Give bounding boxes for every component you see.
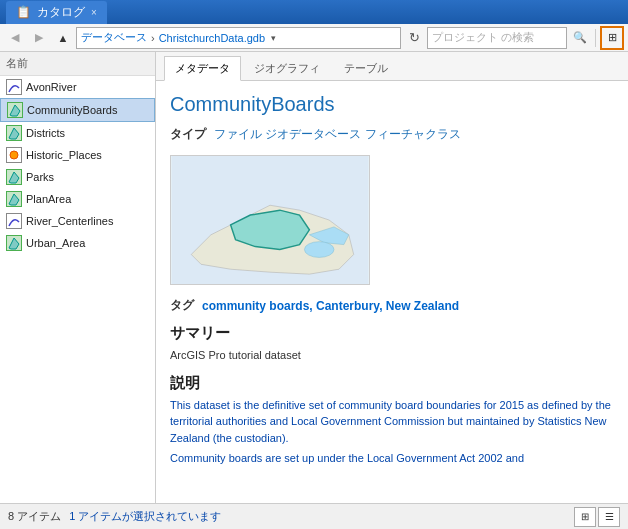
path-database[interactable]: データベース: [81, 30, 147, 45]
tree-item-communityboards[interactable]: CommunityBoards: [0, 98, 155, 122]
tab-geography[interactable]: ジオグラフィ: [243, 56, 331, 80]
path-dropdown-icon[interactable]: ▾: [271, 33, 276, 43]
poly-icon: [6, 191, 22, 207]
tree-item-planarea[interactable]: PlanArea: [0, 188, 155, 210]
tags-label: タグ community boards, Canterbury, New Zea…: [170, 297, 614, 314]
tree-item-districts[interactable]: Districts: [0, 122, 155, 144]
tab-metadata[interactable]: メタデータ: [164, 56, 241, 81]
svg-marker-3: [9, 172, 19, 183]
toolbar: ◀ ▶ ▲ データベース › ChristchurchData.gdb ▾ ↻ …: [0, 24, 628, 52]
catalog-icon: 📋: [16, 5, 31, 19]
search-button[interactable]: 🔍: [569, 27, 591, 49]
close-icon[interactable]: ×: [91, 7, 97, 18]
forward-button[interactable]: ▶: [28, 27, 50, 49]
svg-point-10: [304, 242, 334, 258]
tree-item-label: PlanArea: [26, 193, 71, 205]
line-icon: [6, 213, 22, 229]
content-type: タイプ ファイル ジオデータベース フィーチャクラス: [170, 126, 614, 143]
type-label: タイプ: [170, 126, 206, 143]
tree-item-river-centerlines[interactable]: River_Centerlines: [0, 210, 155, 232]
content-title: CommunityBoards: [170, 93, 614, 116]
status-bar: 8 アイテム 1 アイテムが選択されています ⊞ ☰: [0, 503, 628, 529]
catalog-tab[interactable]: 📋 カタログ ×: [6, 1, 107, 24]
summary-text: ArcGIS Pro tutorial dataset: [170, 347, 614, 364]
layout-button[interactable]: ⊞: [600, 26, 624, 50]
tree-item-label: Urban_Area: [26, 237, 85, 249]
up-button[interactable]: ▲: [52, 27, 74, 49]
summary-section: サマリー ArcGIS Pro tutorial dataset: [170, 324, 614, 364]
content-area[interactable]: CommunityBoards タイプ ファイル ジオデータベース フィーチャク…: [156, 81, 628, 503]
tree-item-label: Districts: [26, 127, 65, 139]
poly-icon: [6, 235, 22, 251]
left-panel-header: 名前: [0, 52, 155, 76]
tree-item-label: AvonRiver: [26, 81, 77, 93]
point-icon: [6, 147, 22, 163]
status-count: 8 アイテム: [8, 509, 61, 524]
main-container: 名前 AvonRiver CommunityBoards Districts H…: [0, 52, 628, 503]
back-button[interactable]: ◀: [4, 27, 26, 49]
tree-item-parks[interactable]: Parks: [0, 166, 155, 188]
search-placeholder: プロジェクト の検索: [432, 30, 534, 45]
left-panel: 名前 AvonRiver CommunityBoards Districts H…: [0, 52, 156, 503]
status-selected: 1 アイテムが選択されています: [69, 509, 221, 524]
tree-item-label: CommunityBoards: [27, 104, 117, 116]
toolbar-separator: [595, 29, 596, 47]
summary-heading: サマリー: [170, 324, 614, 343]
description-text2: Community boards are set up under the Lo…: [170, 450, 614, 467]
path-sep-1: ›: [151, 32, 155, 44]
svg-marker-0: [10, 105, 20, 116]
title-label: カタログ: [37, 4, 85, 21]
path-bar[interactable]: データベース › ChristchurchData.gdb ▾: [76, 27, 401, 49]
status-list-button[interactable]: ☰: [598, 507, 620, 527]
map-preview: [170, 155, 370, 285]
tab-table[interactable]: テーブル: [333, 56, 399, 80]
svg-marker-1: [9, 128, 19, 139]
refresh-button[interactable]: ↻: [403, 27, 425, 49]
right-panel: メタデータ ジオグラフィ テーブル CommunityBoards タイプ ファ…: [156, 52, 628, 503]
tags-value: community boards, Canterbury, New Zealan…: [202, 299, 459, 313]
tree-item-avonriver[interactable]: AvonRiver: [0, 76, 155, 98]
svg-point-2: [10, 151, 18, 159]
poly-icon: [7, 102, 23, 118]
path-gdb[interactable]: ChristchurchData.gdb: [159, 32, 265, 44]
search-bar[interactable]: プロジェクト の検索: [427, 27, 567, 49]
tags-label-text: タグ: [170, 297, 194, 314]
poly-icon: [6, 125, 22, 141]
svg-marker-5: [9, 238, 19, 249]
poly-icon: [6, 169, 22, 185]
tree-item-label: River_Centerlines: [26, 215, 113, 227]
status-right-buttons: ⊞ ☰: [574, 507, 620, 527]
type-value: ファイル ジオデータベース フィーチャクラス: [214, 126, 461, 143]
tree-item-historic-places[interactable]: Historic_Places: [0, 144, 155, 166]
tabs-bar: メタデータ ジオグラフィ テーブル: [156, 52, 628, 81]
line-icon: [6, 79, 22, 95]
tree-item-urban-area[interactable]: Urban_Area: [0, 232, 155, 254]
tree-item-label: Parks: [26, 171, 54, 183]
title-bar: 📋 カタログ ×: [0, 0, 628, 24]
description-text: This dataset is the definitive set of co…: [170, 397, 614, 447]
svg-marker-4: [9, 194, 19, 205]
tree-item-label: Historic_Places: [26, 149, 102, 161]
status-grid-button[interactable]: ⊞: [574, 507, 596, 527]
description-section: 説明 This dataset is the definitive set of…: [170, 374, 614, 467]
tags-section: タグ community boards, Canterbury, New Zea…: [170, 297, 614, 314]
description-heading: 説明: [170, 374, 614, 393]
